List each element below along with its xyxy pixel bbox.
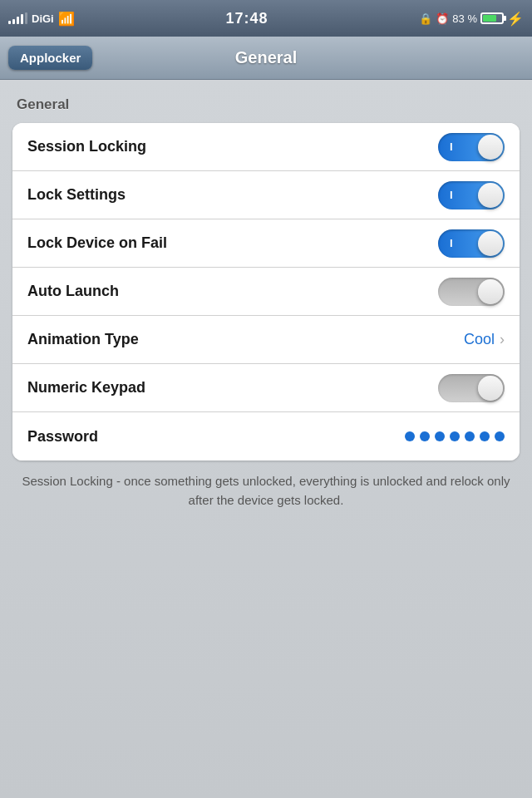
- password-dot: [480, 431, 490, 441]
- signal-bars-icon: [8, 12, 27, 24]
- toggle-on-label: I: [450, 237, 453, 249]
- toggle-knob: [478, 231, 503, 256]
- toggle-on-label: I: [450, 189, 453, 201]
- row-label-lock-device-on-fail: Lock Device on Fail: [27, 234, 167, 252]
- section-header: General: [17, 96, 520, 113]
- charging-icon: ⚡: [507, 11, 524, 27]
- toggle-knob: [478, 135, 503, 160]
- table-row: Auto Launch: [12, 268, 520, 316]
- carrier-label: DiGi: [32, 12, 54, 25]
- row-label-auto-launch: Auto Launch: [27, 283, 119, 300]
- table-row[interactable]: Animation Type Cool ›: [12, 316, 520, 364]
- table-row: Lock Device on Fail I: [12, 219, 520, 268]
- battery-percent: 83 %: [452, 12, 477, 25]
- battery-fill: [483, 15, 497, 22]
- content-area: General Session Locking I Lock Settings …: [0, 80, 532, 798]
- row-label-animation-type: Animation Type: [27, 331, 139, 348]
- password-dot: [405, 431, 415, 441]
- password-dot: [495, 431, 505, 441]
- session-locking-toggle[interactable]: I: [438, 133, 505, 161]
- chevron-right-icon: ›: [500, 331, 505, 348]
- status-left: DiGi 📶: [8, 11, 75, 27]
- lock-device-on-fail-toggle[interactable]: I: [438, 229, 505, 258]
- row-label-numeric-keypad: Numeric Keypad: [27, 379, 145, 397]
- auto-launch-toggle[interactable]: [438, 278, 505, 306]
- wifi-icon: 📶: [58, 11, 75, 27]
- animation-type-value: Cool: [464, 331, 495, 348]
- toggle-knob: [478, 279, 503, 304]
- table-row: Lock Settings I: [12, 171, 520, 219]
- table-row: Session Locking I: [12, 123, 520, 171]
- row-label-lock-settings: Lock Settings: [27, 186, 126, 204]
- settings-table: Session Locking I Lock Settings I Lock D…: [12, 123, 520, 461]
- status-right: 🔒 ⏰ 83 % ⚡: [419, 11, 524, 27]
- table-row[interactable]: Password: [12, 412, 520, 461]
- password-dots: [405, 431, 505, 441]
- battery-icon: [480, 12, 504, 24]
- clock-icon: ⏰: [436, 12, 449, 25]
- lock-settings-toggle[interactable]: I: [438, 181, 505, 209]
- toggle-on-label: I: [450, 140, 453, 153]
- toggle-knob: [478, 183, 503, 208]
- password-dot: [420, 431, 430, 441]
- password-dot: [435, 431, 445, 441]
- back-button[interactable]: Applocker: [8, 46, 92, 70]
- numeric-keypad-toggle[interactable]: [438, 374, 505, 402]
- status-bar: DiGi 📶 17:48 🔒 ⏰ 83 % ⚡: [0, 0, 532, 37]
- table-row: Numeric Keypad: [12, 364, 520, 412]
- password-dot: [465, 431, 475, 441]
- animation-type-detail: Cool ›: [464, 331, 505, 348]
- toggle-knob: [478, 376, 503, 401]
- time-display: 17:48: [226, 10, 268, 27]
- row-label-session-locking: Session Locking: [27, 138, 146, 155]
- footer-note: Session Locking - once something gets un…: [12, 472, 520, 510]
- nav-title: General: [235, 48, 297, 67]
- nav-bar: Applocker General: [0, 37, 532, 80]
- lock-icon: 🔒: [419, 12, 432, 25]
- password-dot: [450, 431, 460, 441]
- row-label-password: Password: [27, 428, 98, 446]
